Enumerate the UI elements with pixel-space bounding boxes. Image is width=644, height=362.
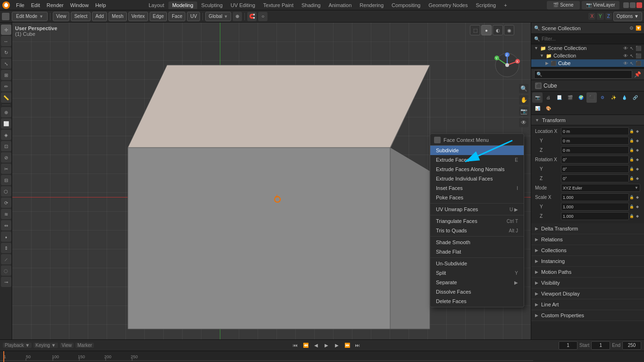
options-btn[interactable]: Options ▼ xyxy=(613,12,642,21)
rotation-x-field[interactable]: 0° xyxy=(561,156,629,164)
timeline-ruler[interactable]: 1 50 100 150 200 250 xyxy=(0,351,644,362)
outliner-item-collection[interactable]: ▼ 📁 Collection 👁 ↖ ⬛ xyxy=(531,52,644,59)
marker-label[interactable]: Marker xyxy=(75,343,94,348)
view-layer-selector[interactable]: 📷 ViewLayer xyxy=(582,1,619,9)
loop-cut-tool[interactable]: ⊡ xyxy=(1,141,11,151)
rotation-x-lock[interactable]: 🔒 xyxy=(629,157,635,162)
scene-props[interactable]: 🎬 xyxy=(565,92,575,103)
pan-icon[interactable]: ✋ xyxy=(519,95,528,105)
outliner-item-cube[interactable]: ▶ ⬛ Cube 👁 ↖ ⬛ xyxy=(531,59,644,67)
instancing-section[interactable]: ▶ Instancing xyxy=(531,256,644,267)
scale-y-lock[interactable]: 🔒 xyxy=(629,205,635,209)
scale-y-anim[interactable]: ◆ xyxy=(635,205,640,209)
menu-file[interactable]: File xyxy=(13,1,27,9)
push-pull[interactable]: ⇕ xyxy=(1,243,11,253)
context-item-triangulate[interactable]: Triangulate Faces Ctrl T xyxy=(430,216,524,226)
end-frame-input[interactable]: 250 xyxy=(622,341,641,350)
bevel-tool[interactable]: ◈ xyxy=(1,130,11,140)
edge-slide-tool[interactable]: ⇔ xyxy=(1,220,11,230)
workspace-tab-rendering[interactable]: Rendering xyxy=(356,1,387,9)
poly-build[interactable]: ⬡ xyxy=(1,186,11,197)
menu-help[interactable]: Help xyxy=(92,1,109,9)
outliner-search[interactable]: 🔍 Filter... xyxy=(531,34,644,44)
menu-render[interactable]: Render xyxy=(44,1,67,9)
material-mode[interactable]: ◐ xyxy=(493,25,503,35)
mesh-menu[interactable]: Mesh xyxy=(109,12,126,21)
measure-tool[interactable]: 📏 xyxy=(1,92,11,103)
outliner-options-icon[interactable]: ⚙ xyxy=(629,25,634,31)
outliner-filter-icon2[interactable]: 🔽 xyxy=(636,25,641,31)
shear-tool[interactable]: ⟋ xyxy=(1,254,11,264)
menu-edit[interactable]: Edit xyxy=(28,1,43,9)
axis-x[interactable]: X xyxy=(588,13,595,20)
proportional-editing[interactable]: ○ xyxy=(258,12,268,21)
next-keyframe-btn[interactable]: ▶ xyxy=(333,341,341,350)
current-frame-display[interactable]: 1 xyxy=(559,341,577,350)
transform-pivot[interactable]: ⊕ xyxy=(233,12,242,21)
context-item-split[interactable]: Split Y xyxy=(430,268,524,278)
snapping-btn[interactable]: 🧲 xyxy=(247,12,257,21)
eye-icon[interactable]: 👁 xyxy=(623,46,628,51)
physics-props[interactable]: 💧 xyxy=(619,92,629,103)
workspace-tab-compositing[interactable]: Compositing xyxy=(388,1,424,9)
rotation-z-anim[interactable]: ◆ xyxy=(635,176,640,181)
next-frame-btn[interactable]: ⏩ xyxy=(343,341,351,350)
workspace-tab-geometry[interactable]: Geometry Nodes xyxy=(425,1,471,9)
workspace-tab-scripting[interactable]: Scripting xyxy=(472,1,500,9)
properties-search[interactable]: 🔍 xyxy=(534,70,632,79)
start-frame-input[interactable]: 1 xyxy=(591,341,610,350)
viewport-display-section[interactable]: ▶ Viewport Display xyxy=(531,288,644,299)
constraints-props[interactable]: 🔗 xyxy=(630,92,640,103)
cursor-tool[interactable]: ✛ xyxy=(1,25,11,35)
edge-menu[interactable]: Edge xyxy=(150,12,167,21)
collection-eye-icon[interactable]: 👁 xyxy=(623,53,628,58)
annotate-tool[interactable]: ✏ xyxy=(1,81,11,91)
context-item-extrude-normals[interactable]: Extrude Faces Along Normals xyxy=(430,165,524,174)
solid-mode[interactable]: ● xyxy=(481,25,492,35)
workspace-tab-texture[interactable]: Texture Paint xyxy=(259,1,297,9)
motion-paths-section[interactable]: ▶ Motion Paths xyxy=(531,267,644,278)
location-y-field[interactable]: 0 m xyxy=(561,137,629,145)
line-art-section[interactable]: ▶ Line Art xyxy=(531,299,644,310)
object-name-display[interactable]: ⬛ Cube xyxy=(531,80,644,91)
location-x-field[interactable]: 0 m xyxy=(561,127,629,135)
location-x-lock[interactable]: 🔒 xyxy=(629,129,635,133)
vertex-menu[interactable]: Vertex xyxy=(128,12,148,21)
render-props-icon[interactable]: 📷 xyxy=(532,92,543,103)
view-layer-props[interactable]: 📃 xyxy=(554,92,564,103)
custom-properties-section[interactable]: ▶ Custom Properties xyxy=(531,310,644,321)
collection-render-icon[interactable]: ⬛ xyxy=(636,53,641,58)
prev-keyframe-btn[interactable]: ◀ xyxy=(312,341,320,350)
rotation-x-anim[interactable]: ◆ xyxy=(635,157,640,162)
scale-z-lock[interactable]: 🔒 xyxy=(629,214,635,218)
minimize-icon[interactable] xyxy=(623,2,629,8)
outliner-filter-icon[interactable]: 🔍 xyxy=(534,25,540,31)
to-sphere-tool[interactable]: ◌ xyxy=(1,265,11,276)
maximize-icon[interactable] xyxy=(630,2,636,8)
properties-pin[interactable]: 📌 xyxy=(634,71,641,78)
location-z-field[interactable]: 0 m xyxy=(561,146,629,154)
rip-tool[interactable]: ⊸ xyxy=(1,277,11,287)
workspace-tab-layout[interactable]: Layout xyxy=(145,1,168,9)
context-item-poke[interactable]: Poke Faces xyxy=(430,193,524,202)
transform-tool[interactable]: ⊞ xyxy=(1,70,11,80)
rotation-z-field[interactable]: 0° xyxy=(561,174,629,182)
visibility-section[interactable]: ▶ Visibility xyxy=(531,278,644,288)
context-item-subdivide[interactable]: Subdivide xyxy=(430,146,524,155)
scale-tool[interactable]: ⤡ xyxy=(1,58,11,69)
delta-transform-section[interactable]: ▶ Delta Transform xyxy=(531,223,644,234)
context-item-shade-flat[interactable]: Shade Flat xyxy=(430,247,524,256)
jump-start-btn[interactable]: ⏮ xyxy=(291,341,300,350)
location-x-anim[interactable]: ◆ xyxy=(635,129,640,133)
workspace-add-tab[interactable]: + xyxy=(500,1,510,9)
context-item-uv-unwrap[interactable]: UV Unwrap Faces U ▶ xyxy=(430,205,524,214)
display-icon[interactable]: 👁 xyxy=(519,118,528,127)
prev-frame-btn[interactable]: ⏪ xyxy=(301,341,310,350)
viewport-gizmo[interactable]: X Y Z xyxy=(493,51,521,79)
view-label[interactable]: View xyxy=(60,343,74,348)
playback-label[interactable]: Playback ▼ xyxy=(3,343,32,348)
cube-eye-icon[interactable]: 👁 xyxy=(623,61,628,66)
context-item-extrude-individual[interactable]: Extrude Individual Faces xyxy=(430,174,524,183)
axis-z[interactable]: Z xyxy=(605,13,612,20)
outliner-item-scene-collection[interactable]: ▼ 📁 Scene Collection 👁 ↖ ⬛ xyxy=(531,44,644,52)
